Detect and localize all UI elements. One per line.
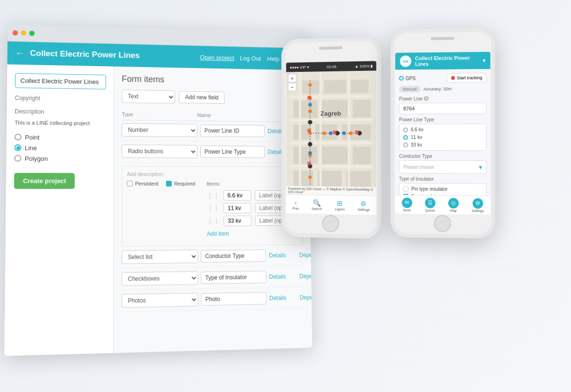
gps-radio-active[interactable] — [399, 76, 404, 81]
persistent-checkbox[interactable] — [127, 181, 133, 186]
create-project-button[interactable]: Create project — [14, 173, 75, 189]
polygon-radio[interactable] — [14, 155, 21, 162]
conductor-chevron-icon: ▾ — [479, 163, 482, 171]
phone2-home-button[interactable] — [434, 215, 451, 232]
field-type-number-select[interactable]: Number — [122, 123, 197, 137]
conductor-type-placeholder: Please choose — [403, 164, 434, 169]
radio-33kv-circle[interactable] — [403, 142, 408, 147]
field-row-power-line-type: Radio buttons Details Dependencies — [122, 145, 303, 163]
add-item-link[interactable]: Add item — [207, 230, 229, 237]
phone1-bottom-nav: ‹ Prev 🔍 Search ⊞ Layers ⚙ Settings — [286, 195, 376, 215]
field-type-checkboxes-select[interactable]: Checkboxes — [121, 271, 198, 286]
field-type-select-list-select[interactable]: Select list — [122, 250, 198, 264]
drag-handle-2[interactable]: ⋮⋮ — [207, 205, 220, 212]
field-type-select[interactable]: Text Number Radio buttons Select list Ch… — [122, 89, 175, 103]
point-radio[interactable] — [14, 134, 21, 140]
svg-rect-3 — [351, 79, 369, 93]
add-description-link[interactable]: Add description — [127, 171, 298, 177]
back-arrow-icon[interactable]: ← — [15, 48, 24, 58]
nav2-settings[interactable]: ⚙ Settings — [472, 198, 483, 212]
nav-search[interactable]: 🔍 Search — [312, 199, 322, 210]
zoom-out-button[interactable]: − — [288, 83, 296, 91]
cb-pin-insulator[interactable]: Pin type insulator — [403, 186, 482, 192]
required-check-label[interactable]: Required — [166, 181, 195, 186]
details-link-3[interactable]: Details — [269, 252, 296, 259]
phone2-bottom-nav: ✉ Send ☰ Queue ◎ Map ⚙ Settings — [395, 195, 491, 215]
browser-minimize-btn[interactable] — [21, 30, 26, 36]
field-name-type-of-insulator[interactable] — [201, 271, 266, 284]
nav2-queue[interactable]: ☰ Queue — [425, 197, 435, 212]
geometry-polygon-option[interactable]: Polygon — [14, 155, 106, 162]
accuracy-row: Manual Accuracy: 32m — [399, 85, 487, 92]
field-name-power-line-type[interactable] — [200, 146, 265, 158]
add-new-field-button[interactable]: Add new field — [179, 91, 225, 104]
nav-settings[interactable]: ⚙ Settings — [358, 199, 370, 211]
project-title-input[interactable] — [15, 73, 106, 89]
table-header: Type Name — [122, 108, 302, 122]
nav-layers[interactable]: ⊞ Layers — [335, 199, 345, 211]
drag-handle-3[interactable]: ⋮⋮ — [207, 217, 220, 225]
insulator-type-checkboxes: Pin type insulator Post insulator — [399, 183, 487, 195]
radio-opt-33kv[interactable]: 33 kv — [403, 142, 482, 147]
browser-maximize-btn[interactable] — [29, 30, 34, 36]
manual-option[interactable]: Manual — [399, 86, 421, 92]
field-name-conductor-type[interactable] — [201, 249, 266, 263]
field-name-photo[interactable] — [201, 292, 267, 306]
nav2-send[interactable]: ✉ Send — [402, 197, 412, 212]
layers-icon: ⊞ — [337, 199, 343, 207]
details-link-5[interactable]: Details — [269, 294, 297, 302]
gps-option[interactable]: GPS — [399, 76, 416, 81]
item-value-1[interactable] — [223, 190, 251, 201]
help-link[interactable]: Help — [267, 55, 280, 62]
dependencies-link-3[interactable]: Dependencies — [299, 252, 313, 259]
line-radio[interactable] — [14, 144, 21, 151]
phone1-screen: ●●●● VIP ▾ 02:06 ▲ 100% ▮ + − — [286, 61, 376, 215]
radio-11kv-circle[interactable] — [403, 135, 408, 139]
expand-checks: Persistent Required — [127, 181, 203, 186]
phone2-mockup: GIS Collect Electric Power Lines ▾ GPS S… — [391, 28, 495, 239]
svg-point-28 — [308, 120, 312, 124]
field-name-power-line-id[interactable] — [200, 125, 265, 137]
add-field-row: Text Number Radio buttons Select list Ch… — [122, 89, 302, 105]
pin-insulator-checkbox[interactable] — [403, 186, 408, 191]
radio-opt-11kv[interactable]: 11 kv — [403, 135, 482, 140]
phone2-chevron-icon[interactable]: ▾ — [482, 57, 485, 64]
map-attribution: Powered by GIS Cloud — © Mapbox © OpenSt… — [286, 186, 376, 196]
radio-opt-66kv[interactable]: 6.6 kv — [403, 127, 482, 132]
required-checkbox[interactable] — [166, 181, 172, 186]
map-area: + − — [286, 70, 376, 196]
item-value-3[interactable] — [224, 216, 252, 226]
svg-rect-45 — [333, 130, 336, 134]
persistent-check-label[interactable]: Persistent — [127, 181, 158, 186]
field-type-photos-select[interactable]: Photos — [121, 293, 198, 307]
send-icon: ✉ — [402, 197, 412, 208]
geometry-point-option[interactable]: Point — [14, 133, 106, 141]
dependencies-link-5[interactable]: Dependencies — [300, 294, 313, 301]
phone1-speaker — [319, 46, 343, 49]
nav-prev[interactable]: ‹ Prev — [292, 198, 299, 210]
radio-66kv-circle[interactable] — [403, 127, 408, 132]
conductor-type-select[interactable]: Please choose ▾ — [399, 160, 487, 174]
svg-rect-4 — [294, 100, 317, 118]
copyright-label: Copyright — [15, 95, 106, 103]
dependencies-link-4[interactable]: Dependencies — [299, 273, 312, 280]
zoom-in-button[interactable]: + — [288, 74, 296, 82]
app-body: Copyright Description This is a LINE col… — [4, 64, 312, 356]
svg-point-38 — [308, 103, 312, 106]
search-icon: 🔍 — [313, 199, 321, 206]
geometry-line-option[interactable]: Line — [14, 144, 106, 152]
power-line-id-value[interactable]: 8764 — [399, 103, 487, 115]
browser-close-btn[interactable] — [12, 30, 18, 35]
field-type-radio-select[interactable]: Radio buttons — [122, 145, 197, 158]
logout-link[interactable]: Log Out — [240, 54, 261, 61]
settings-icon: ⚙ — [361, 199, 367, 207]
start-tracking-button[interactable]: Start tracking — [447, 73, 486, 83]
item-value-2[interactable] — [224, 203, 252, 214]
drag-handle-1[interactable]: ⋮⋮ — [207, 192, 220, 199]
open-project-link[interactable]: Open project — [200, 54, 234, 61]
svg-line-19 — [289, 166, 373, 167]
details-link-4[interactable]: Details — [269, 273, 296, 280]
phone1-home-button[interactable] — [322, 215, 339, 233]
phone2-logo: GIS — [400, 56, 412, 67]
nav2-map[interactable]: ◎ Map — [448, 198, 459, 212]
